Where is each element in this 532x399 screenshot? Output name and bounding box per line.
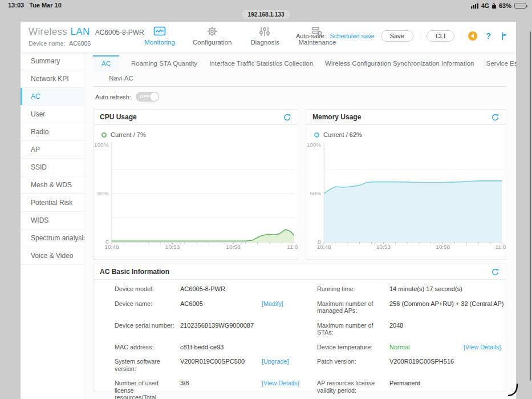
divider [420,31,420,41]
save-button[interactable]: Save [381,30,413,42]
sidebar-item-user[interactable]: User [21,106,84,123]
sidebar-item-ac[interactable]: AC [21,88,84,106]
info-link[interactable]: [View Details] [464,344,501,351]
info-label: System software version: [115,358,180,372]
tab-navi-ac[interactable]: Navi-AC [109,71,506,85]
info-row: Device name:AC6005[Modify]Maximum number… [115,296,499,318]
svg-text:10:53: 10:53 [376,244,391,250]
svg-text:50%: 50% [310,190,321,196]
info-row: MAC address:c81f-bedd-ce93Device tempera… [115,340,499,354]
info-label: Number of used license resources/Total n… [115,380,180,399]
info-row: Device serial number:21023568139WG900008… [115,318,499,340]
sidebar-item-summary[interactable]: Summary [21,53,84,70]
nav-diagnosis-label: Diagnosis [250,39,279,46]
signal-strength-icon [471,3,478,9]
device-name-value: AC6005 [69,40,91,47]
battery-percent: 63% [499,2,511,9]
sidebar-item-potential-risk[interactable]: Potential Risk [21,194,84,212]
back-circle-icon[interactable] [468,31,477,41]
tab-interface-traffic-statistics-collection[interactable]: Interface Traffic Statistics Collection [209,55,313,71]
address-pill[interactable]: 192.168.1.133 [242,10,291,19]
status-time: 13:03 [8,2,24,9]
basic-info-title: AC Basic Information [100,268,169,276]
cpu-card-title: CPU Usage [100,113,137,121]
nav-monitoring[interactable]: Monitoring [140,26,179,46]
info-value: c81f-bedd-ce93 [180,344,262,351]
info-label: Running time: [317,285,389,293]
tab-wireless-configuration-synchronization-information[interactable]: Wireless Configuration Synchronization I… [325,55,474,71]
device-name-label: Device name: [29,40,65,47]
sidebar-item-ap[interactable]: AP [21,141,84,159]
nav-configuration[interactable]: Configuration [193,26,232,46]
info-value: V200R019C00SPH516 [389,358,464,365]
info-value: AC6005 [180,300,262,308]
memory-legend: Current / 62% [314,131,506,138]
svg-text:10:58: 10:58 [226,244,241,250]
cli-button[interactable]: CLI [427,30,454,42]
info-row: Number of used license resources/Total n… [115,376,499,399]
info-label: MAC address: [115,344,180,351]
status-time-date: 13:03Tue Mar 10 [8,2,62,9]
nav-monitoring-label: Monitoring [144,39,175,46]
sidebar-item-radio[interactable]: Radio [21,123,84,141]
status-date: Tue Mar 10 [29,2,62,9]
info-value: Normal [389,344,464,351]
sidebar-item-wids[interactable]: WIDS [21,212,84,229]
divider [461,31,461,41]
info-row: System software version:V200R019C00SPC50… [115,354,499,376]
toggle-knob [150,92,159,101]
tab-roaming-sta-quantity[interactable]: Roaming STA Quantity [131,55,197,71]
brand-block: WirelessLANAC6005-8-PWR Device name:AC60… [29,26,144,47]
info-label: Device temperature: [317,344,389,351]
info-value: 21023568139WG9000087 [180,322,262,329]
info-value: V200R019C00SPC500 [180,358,262,365]
cpu-usage-chart: 100%50%010:4810:5310:5811:03 [94,139,298,252]
info-value: Permanent [389,380,464,387]
svg-text:10:53: 10:53 [165,244,180,250]
autosave-value-link[interactable]: Scheduled save [330,33,375,39]
nav-diagnosis[interactable]: Diagnosis [245,26,284,46]
info-label: Maximum number of managed APs: [317,300,389,315]
ink-stroke [508,384,519,397]
refresh-icon[interactable] [491,113,499,122]
sidebar-item-network-kpi[interactable]: Network KPI [21,70,84,88]
svg-text:10:48: 10:48 [317,244,331,250]
auto-refresh-toggle[interactable]: OFF [136,92,159,102]
info-label: Device serial number: [115,322,180,329]
tab-service-escape[interactable]: Service Escape [486,55,517,71]
tab-ac[interactable]: AC [93,55,119,71]
info-label: AP resources license validity period: [317,380,389,394]
basic-info-rows: Device model:AC6005-8-PWRRunning time:14… [94,280,506,399]
header-actions: Auto-save: Scheduled save Save CLI ? [296,30,509,42]
refresh-icon[interactable] [491,268,499,276]
sidebar-item-ssid[interactable]: SSID [21,159,84,176]
cpu-legend: Current / 7% [101,131,298,138]
sidebar-item-spectrum-analysis[interactable]: Spectrum analysis [21,229,84,247]
info-link[interactable]: [View Details] [262,380,317,387]
svg-text:10:58: 10:58 [436,244,450,250]
sidebar: SummaryNetwork KPIACUserRadioAPSSIDMesh … [21,53,84,399]
svg-text:11:03: 11:03 [287,244,298,250]
help-icon[interactable]: ? [484,31,493,41]
device-model-title: AC6005-8-PWR [95,29,144,37]
memory-legend-label: Current / 62% [323,131,362,138]
scrollbar-thumb[interactable] [530,31,531,381]
cpu-usage-card: CPU Usage Current / 7% 100%50%010:4810:5… [93,109,298,260]
app-window: WirelessLANAC6005-8-PWR Device name:AC60… [21,22,516,399]
battery-icon [514,3,526,9]
memory-usage-chart: 100%50%010:4810:5310:5811:03 [306,139,506,252]
svg-text:100%: 100% [307,142,322,148]
nav-configuration-label: Configuration [193,39,232,46]
memory-card-title: Memory Usage [312,113,361,121]
info-link[interactable]: [Modify] [262,300,317,308]
brand-lan: LAN [70,26,90,37]
flag-icon[interactable] [499,31,509,41]
sidebar-item-mesh-wds[interactable]: Mesh & WDS [21,176,84,194]
info-value: 14 minute(s) 17 second(s) [389,285,464,293]
info-link[interactable]: [Upgrade] [262,358,317,365]
tab-row-2: Navi-AC [93,71,506,86]
sidebar-item-voice-video[interactable]: Voice & Video [21,247,84,265]
info-value: 2048 [389,322,464,329]
refresh-icon[interactable] [283,113,291,122]
svg-text:10:48: 10:48 [104,244,119,250]
